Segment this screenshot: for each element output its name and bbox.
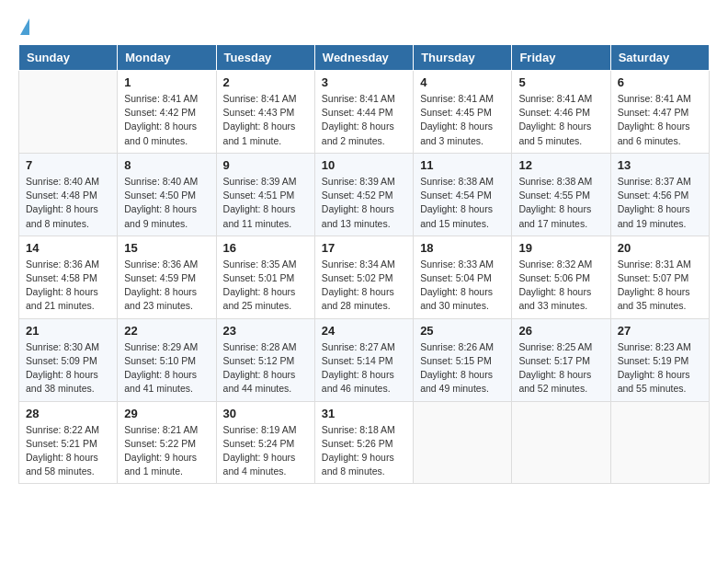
day-number: 25 [420,324,505,338]
calendar-table: SundayMondayTuesdayWednesdayThursdayFrid… [18,44,710,484]
calendar-cell: 12Sunrise: 8:38 AMSunset: 4:55 PMDayligh… [512,153,610,236]
calendar-cell: 31Sunrise: 8:18 AMSunset: 5:26 PMDayligh… [314,401,413,484]
day-info: Sunrise: 8:41 AMSunset: 4:44 PMDaylight:… [322,92,406,148]
day-info: Sunrise: 8:31 AMSunset: 5:07 PMDaylight:… [618,258,702,314]
logo [18,18,29,35]
calendar-cell: 24Sunrise: 8:27 AMSunset: 5:14 PMDayligh… [314,318,413,401]
day-header-wednesday: Wednesday [314,45,413,71]
calendar-week-row: 21Sunrise: 8:30 AMSunset: 5:09 PMDayligh… [19,318,710,401]
day-header-saturday: Saturday [610,45,709,71]
day-number: 31 [322,407,406,420]
day-info: Sunrise: 8:29 AMSunset: 5:10 PMDaylight:… [124,340,209,396]
day-info: Sunrise: 8:32 AMSunset: 5:06 PMDaylight:… [518,258,603,314]
calendar-week-row: 14Sunrise: 8:36 AMSunset: 4:58 PMDayligh… [19,236,710,318]
calendar-cell [19,71,118,154]
day-header-friday: Friday [512,45,610,71]
day-info: Sunrise: 8:34 AMSunset: 5:02 PMDaylight:… [322,258,406,314]
day-info: Sunrise: 8:38 AMSunset: 4:55 PMDaylight:… [518,175,603,231]
calendar-cell [610,401,709,484]
calendar-cell: 5Sunrise: 8:41 AMSunset: 4:46 PMDaylight… [512,71,610,154]
day-info: Sunrise: 8:39 AMSunset: 4:52 PMDaylight:… [322,175,406,231]
day-number: 20 [618,241,702,255]
day-number: 24 [322,324,406,338]
day-info: Sunrise: 8:35 AMSunset: 5:01 PMDaylight:… [223,258,308,314]
calendar-cell: 3Sunrise: 8:41 AMSunset: 4:44 PMDaylight… [314,71,413,154]
calendar-cell: 21Sunrise: 8:30 AMSunset: 5:09 PMDayligh… [19,318,118,401]
day-number: 28 [26,407,110,420]
day-info: Sunrise: 8:18 AMSunset: 5:26 PMDaylight:… [322,423,406,479]
day-info: Sunrise: 8:41 AMSunset: 4:42 PMDaylight:… [124,92,209,148]
day-info: Sunrise: 8:39 AMSunset: 4:51 PMDaylight:… [223,175,308,231]
day-number: 7 [26,158,110,172]
calendar-cell: 8Sunrise: 8:40 AMSunset: 4:50 PMDaylight… [118,153,216,236]
day-number: 21 [26,324,110,338]
calendar-header-row: SundayMondayTuesdayWednesdayThursdayFrid… [19,45,710,71]
calendar-cell: 25Sunrise: 8:26 AMSunset: 5:15 PMDayligh… [414,318,512,401]
day-header-tuesday: Tuesday [216,45,314,71]
calendar-cell: 19Sunrise: 8:32 AMSunset: 5:06 PMDayligh… [512,236,610,318]
day-number: 11 [420,158,505,172]
day-header-thursday: Thursday [414,45,512,71]
day-number: 19 [518,241,603,255]
day-number: 13 [618,158,702,172]
day-number: 23 [223,324,308,338]
calendar-week-row: 7Sunrise: 8:40 AMSunset: 4:48 PMDaylight… [19,153,710,236]
day-info: Sunrise: 8:30 AMSunset: 5:09 PMDaylight:… [26,340,110,396]
day-number: 6 [618,75,702,89]
day-number: 14 [26,241,110,255]
logo-triangle-icon [20,18,29,35]
day-number: 30 [223,407,308,420]
day-info: Sunrise: 8:33 AMSunset: 5:04 PMDaylight:… [420,258,505,314]
day-info: Sunrise: 8:40 AMSunset: 4:50 PMDaylight:… [124,175,209,231]
calendar-cell: 20Sunrise: 8:31 AMSunset: 5:07 PMDayligh… [610,236,709,318]
day-info: Sunrise: 8:41 AMSunset: 4:46 PMDaylight:… [518,92,603,148]
calendar-cell: 29Sunrise: 8:21 AMSunset: 5:22 PMDayligh… [118,401,216,484]
day-number: 4 [420,75,505,89]
day-number: 1 [124,75,209,89]
calendar-cell: 14Sunrise: 8:36 AMSunset: 4:58 PMDayligh… [19,236,118,318]
calendar-cell: 18Sunrise: 8:33 AMSunset: 5:04 PMDayligh… [414,236,512,318]
day-number: 5 [518,75,603,89]
calendar-cell: 6Sunrise: 8:41 AMSunset: 4:47 PMDaylight… [610,71,709,154]
calendar-cell: 11Sunrise: 8:38 AMSunset: 4:54 PMDayligh… [414,153,512,236]
day-number: 12 [518,158,603,172]
day-info: Sunrise: 8:23 AMSunset: 5:19 PMDaylight:… [618,340,702,396]
day-info: Sunrise: 8:38 AMSunset: 4:54 PMDaylight:… [420,175,505,231]
day-number: 10 [322,158,406,172]
calendar-cell [414,401,512,484]
calendar-cell: 17Sunrise: 8:34 AMSunset: 5:02 PMDayligh… [314,236,413,318]
calendar-cell: 28Sunrise: 8:22 AMSunset: 5:21 PMDayligh… [19,401,118,484]
calendar-cell: 13Sunrise: 8:37 AMSunset: 4:56 PMDayligh… [610,153,709,236]
calendar-cell: 23Sunrise: 8:28 AMSunset: 5:12 PMDayligh… [216,318,314,401]
day-header-monday: Monday [118,45,216,71]
day-info: Sunrise: 8:37 AMSunset: 4:56 PMDaylight:… [618,175,702,231]
calendar-cell: 1Sunrise: 8:41 AMSunset: 4:42 PMDaylight… [118,71,216,154]
day-info: Sunrise: 8:41 AMSunset: 4:43 PMDaylight:… [223,92,308,148]
day-info: Sunrise: 8:22 AMSunset: 5:21 PMDaylight:… [26,423,110,479]
day-number: 22 [124,324,209,338]
day-header-sunday: Sunday [19,45,118,71]
day-number: 15 [124,241,209,255]
day-number: 3 [322,75,406,89]
day-number: 9 [223,158,308,172]
page-header [18,18,710,35]
day-info: Sunrise: 8:25 AMSunset: 5:17 PMDaylight:… [518,340,603,396]
calendar-cell: 15Sunrise: 8:36 AMSunset: 4:59 PMDayligh… [118,236,216,318]
day-number: 17 [322,241,406,255]
day-number: 27 [618,324,702,338]
day-info: Sunrise: 8:26 AMSunset: 5:15 PMDaylight:… [420,340,505,396]
calendar-cell: 22Sunrise: 8:29 AMSunset: 5:10 PMDayligh… [118,318,216,401]
day-info: Sunrise: 8:41 AMSunset: 4:45 PMDaylight:… [420,92,505,148]
calendar-cell: 2Sunrise: 8:41 AMSunset: 4:43 PMDaylight… [216,71,314,154]
day-number: 8 [124,158,209,172]
day-info: Sunrise: 8:36 AMSunset: 4:59 PMDaylight:… [124,258,209,314]
day-number: 29 [124,407,209,420]
calendar-cell: 27Sunrise: 8:23 AMSunset: 5:19 PMDayligh… [610,318,709,401]
day-number: 26 [518,324,603,338]
day-info: Sunrise: 8:28 AMSunset: 5:12 PMDaylight:… [223,340,308,396]
calendar-cell: 30Sunrise: 8:19 AMSunset: 5:24 PMDayligh… [216,401,314,484]
calendar-cell: 16Sunrise: 8:35 AMSunset: 5:01 PMDayligh… [216,236,314,318]
day-info: Sunrise: 8:36 AMSunset: 4:58 PMDaylight:… [26,258,110,314]
day-number: 16 [223,241,308,255]
calendar-week-row: 1Sunrise: 8:41 AMSunset: 4:42 PMDaylight… [19,71,710,154]
